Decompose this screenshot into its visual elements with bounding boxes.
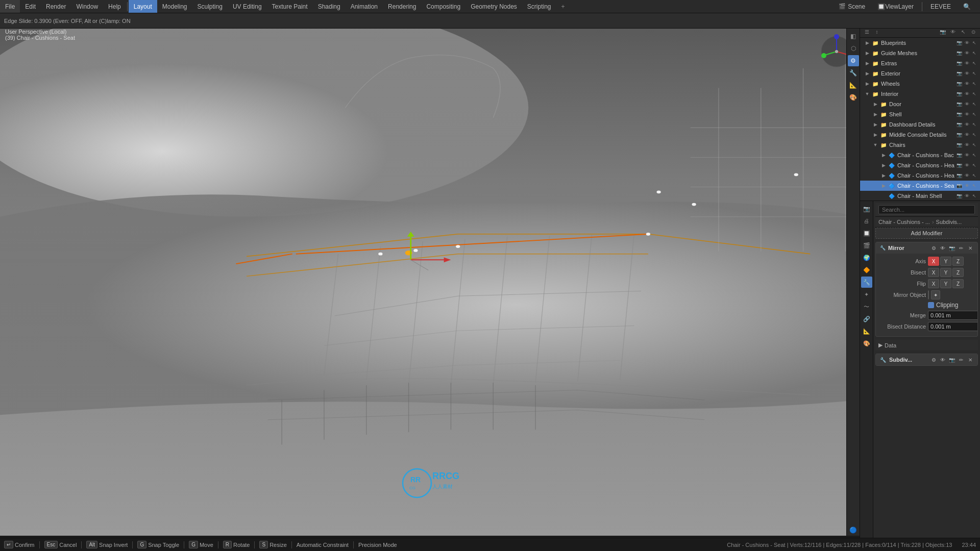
tab-sculpting[interactable]: Sculpting: [192, 0, 228, 13]
flip-z-button[interactable]: Z: [952, 279, 964, 288]
outliner-restrict-viewport[interactable]: 👁: [963, 39, 970, 46]
outliner-restrict-select[interactable]: ↖: [971, 152, 978, 159]
subsurf-render-icon[interactable]: 📷: [948, 356, 956, 364]
tab-shading[interactable]: Shading: [313, 0, 346, 13]
tab-compositing[interactable]: Compositing: [421, 0, 465, 13]
outliner-restrict-select[interactable]: ↖: [971, 172, 978, 179]
axis-z-button[interactable]: Z: [952, 257, 964, 266]
app-menu-file[interactable]: File: [0, 0, 20, 13]
app-menu-help[interactable]: Help: [103, 0, 126, 13]
outliner-restrict-select[interactable]: ↖: [971, 101, 978, 108]
outliner-restrict-viewport[interactable]: 👁: [963, 172, 970, 179]
header-engine-select[interactable]: EEVEE: [925, 3, 956, 10]
outliner-item-extras[interactable]: ▶ 📁 Extras 📷 👁 ↖: [860, 58, 980, 68]
outliner-restrict-render[interactable]: 📷: [955, 49, 963, 57]
outliner-item-cushions-bac[interactable]: ▶ 🔷 Chair - Cushions - Bac 📷 👁 ↖: [860, 150, 980, 160]
outliner-item-cushions-hea1[interactable]: ▶ 🔷 Chair - Cushions - Hea 📷 👁 ↖: [860, 160, 980, 170]
mirror-modifier-header[interactable]: 🔧 Mirror ⚙ 👁 📷 ✏ ✕: [876, 242, 977, 254]
outliner-item-dashboard-details[interactable]: ▶ 📁 Dashboard Details 📷 👁 ↖: [860, 119, 980, 130]
modifier-settings-icon[interactable]: ⚙: [929, 244, 938, 252]
outliner-item-blueprints[interactable]: ▶ 📁 Blueprints 📷 👁 ↖: [860, 38, 980, 48]
props-icon-particles[interactable]: ✦: [861, 289, 872, 300]
subsurf-delete-icon[interactable]: ✕: [966, 356, 974, 364]
side-icon-properties[interactable]: ⚙: [848, 55, 859, 66]
side-icon-overlays[interactable]: ⬡: [848, 43, 859, 54]
modifier-realtime-icon[interactable]: 👁: [939, 244, 947, 252]
outliner-item-main-shell[interactable]: 🔷 Chair - Main Shell 📷 👁 ↖: [860, 191, 980, 201]
outliner-restrict-viewport[interactable]: 👁: [963, 162, 970, 169]
data-section-toggle[interactable]: ▶ Data: [875, 340, 978, 350]
outliner-restrict-select[interactable]: ↖: [971, 121, 978, 128]
modifier-render-icon[interactable]: 📷: [948, 244, 956, 252]
outliner-item-interior[interactable]: ▼ 📁 Interior 📷 👁 ↖: [860, 89, 980, 99]
properties-search-input[interactable]: [878, 205, 975, 214]
tab-scripting[interactable]: Scripting: [522, 0, 556, 13]
outliner-restrict-render[interactable]: 📷: [955, 101, 963, 108]
props-icon-object[interactable]: 🔶: [861, 264, 872, 276]
outliner-restrict-select[interactable]: ↖: [971, 90, 978, 97]
axis-y-button[interactable]: Y: [940, 257, 951, 266]
outliner-restrict-select[interactable]: ↖: [971, 162, 978, 169]
outliner-item-cushions-seat[interactable]: ▶ 🔷 Chair - Cushions - Sea 📷 👁 ↖: [860, 181, 980, 191]
outliner-restrict-viewport[interactable]: 👁: [963, 182, 970, 189]
merge-input[interactable]: [928, 311, 978, 320]
outliner-restrict-render[interactable]: 📷: [955, 141, 963, 148]
outliner-restrict-viewport[interactable]: 👁: [963, 90, 970, 97]
props-icon-constraints[interactable]: 🔗: [861, 313, 872, 324]
tab-geometry-nodes[interactable]: Geometry Nodes: [465, 0, 522, 13]
outliner-restrict-render[interactable]: 📷: [955, 70, 963, 77]
outliner-restrict-select[interactable]: ↖: [971, 49, 978, 57]
outliner-restrict-viewport[interactable]: 👁: [963, 60, 970, 67]
subsurf-realtime-icon[interactable]: 👁: [939, 356, 947, 364]
outliner-restrict-select[interactable]: ↖: [971, 80, 978, 87]
outliner-restrict-render[interactable]: 📷: [955, 182, 963, 189]
subsurf-modifier-header[interactable]: 🔧 Subdiv... ⚙ 👁 📷 ✏ ✕: [876, 354, 977, 365]
tab-modeling[interactable]: Modeling: [157, 0, 192, 13]
subsurf-settings-icon[interactable]: ⚙: [929, 356, 938, 364]
outliner-item-door[interactable]: ▶ 📁 Door 📷 👁 ↖: [860, 99, 980, 109]
tab-add[interactable]: +: [556, 0, 570, 13]
outliner-restrict-select[interactable]: ↖: [971, 182, 978, 189]
outliner-restrict-select[interactable]: ↖: [971, 70, 978, 77]
flip-y-button[interactable]: Y: [940, 279, 951, 288]
outliner-restrict-render[interactable]: 📷: [955, 121, 963, 128]
props-icon-render[interactable]: 📷: [861, 203, 872, 214]
outliner-restrict-select[interactable]: ↖: [971, 131, 978, 138]
bisect-z-button[interactable]: Z: [952, 268, 964, 277]
outliner-restrict-render[interactable]: 📷: [955, 90, 963, 97]
props-icon-physics[interactable]: 〜: [861, 301, 872, 312]
outliner-restrict-render[interactable]: 📷: [955, 162, 963, 169]
mirror-object-input[interactable]: [928, 290, 929, 299]
outliner-restrict-viewport[interactable]: 👁: [963, 192, 970, 199]
bisect-x-button[interactable]: X: [928, 268, 939, 277]
viewport-3d[interactable]: X Y Z RR CG RRCG 人人素材: [0, 29, 860, 536]
flip-x-button[interactable]: X: [928, 279, 939, 288]
scene-outliner[interactable]: ▶ 📁 Blueprints 📷 👁 ↖ ▶ 📁 Guide Meshes 📷 …: [860, 38, 980, 201]
outliner-item-guide-meshes[interactable]: ▶ 📁 Guide Meshes 📷 👁 ↖: [860, 48, 980, 58]
subsurf-edit-icon[interactable]: ✏: [957, 356, 965, 364]
outliner-item-middle-console[interactable]: ▶ 📁 Middle Console Details 📷 👁 ↖: [860, 130, 980, 140]
outliner-restrict-select[interactable]: ↖: [971, 60, 978, 67]
add-modifier-button[interactable]: Add Modifier: [875, 228, 978, 239]
app-menu-render[interactable]: Render: [41, 0, 71, 13]
outliner-restrict-render[interactable]: 📷: [955, 111, 963, 118]
outliner-restrict-viewport[interactable]: 👁: [963, 70, 970, 77]
outliner-restrict-viewport[interactable]: 👁: [963, 80, 970, 87]
tab-rendering[interactable]: Rendering: [383, 0, 421, 13]
outliner-item-wheels[interactable]: ▶ 📁 Wheels 📷 👁 ↖: [860, 79, 980, 89]
clipping-checkbox[interactable]: [928, 302, 934, 308]
side-icon-material[interactable]: 🎨: [848, 92, 859, 103]
outliner-restrict-select[interactable]: ↖: [971, 192, 978, 199]
tab-uv-editing[interactable]: UV Editing: [228, 0, 267, 13]
props-icon-scene[interactable]: 🎬: [861, 240, 872, 251]
outliner-restrict-viewport[interactable]: 👁: [963, 131, 970, 138]
props-icon-view-layer[interactable]: 🔲: [861, 228, 872, 239]
outliner-restrict-render[interactable]: 📷: [955, 131, 963, 138]
props-icon-modifier[interactable]: 🔧: [861, 277, 872, 288]
outliner-restrict-render[interactable]: 📷: [955, 192, 963, 199]
view-layer-selector[interactable]: 🔲 ViewLayer: [872, 3, 919, 10]
outliner-restrict-viewport[interactable]: 👁: [963, 101, 970, 108]
props-icon-material[interactable]: 🎨: [861, 338, 872, 349]
props-icon-output[interactable]: 🖨: [861, 215, 872, 227]
outliner-restrict-render[interactable]: 📷: [955, 39, 963, 46]
